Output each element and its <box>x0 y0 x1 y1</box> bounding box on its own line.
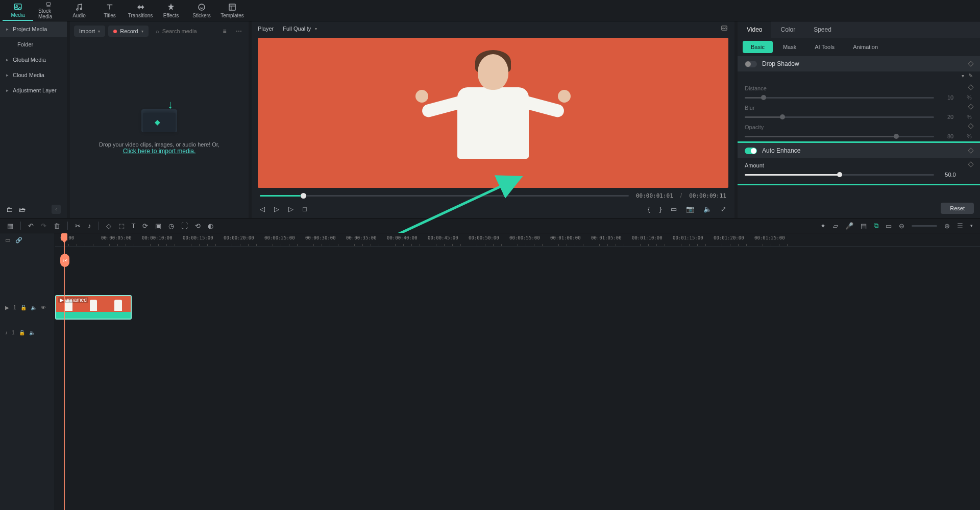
color-button[interactable]: ◐ <box>208 222 213 230</box>
auto-enhance-toggle[interactable] <box>745 148 757 154</box>
prop-tab-color[interactable]: Color <box>771 21 804 38</box>
search-media-input[interactable]: ⌕ <box>152 26 216 37</box>
grid-icon[interactable]: ▦ <box>7 222 13 230</box>
tool-icon-2[interactable]: ▱ <box>833 222 838 230</box>
video-track-row[interactable]: ▶unnamed <box>55 293 980 322</box>
subtab-mask[interactable]: Mask <box>775 41 804 53</box>
dropdown-icon[interactable]: ▾ <box>970 223 973 228</box>
stop-button[interactable]: □ <box>303 205 307 213</box>
video-track-header[interactable]: ▶1 🔓 🔈 👁 <box>0 293 55 322</box>
crop-button[interactable]: ⬚ <box>118 222 125 230</box>
blur-slider[interactable] <box>745 116 934 118</box>
tab-transitions[interactable]: Transitions <box>125 0 156 21</box>
fullscreen-button[interactable]: ⤢ <box>721 205 726 213</box>
keyframe-icon[interactable] <box>968 61 973 66</box>
delete-button[interactable]: 🗑 <box>54 222 60 230</box>
tab-stock-media[interactable]: Stock Media <box>33 0 64 21</box>
new-folder-icon[interactable]: 🗁 <box>19 206 26 213</box>
filter-button[interactable]: ≡ <box>219 26 230 37</box>
split-button[interactable]: ✂ <box>75 222 81 230</box>
keyframe-icon[interactable] <box>968 104 973 109</box>
tab-audio[interactable]: Audio <box>64 0 94 21</box>
keyframe-icon[interactable] <box>968 161 973 167</box>
notes-icon[interactable]: ▤ <box>861 222 867 230</box>
media-drop-zone[interactable]: ↓ ◆ Drop your video clips, images, or au… <box>70 41 249 218</box>
blur-value[interactable]: 20 <box>940 114 961 120</box>
mark-in-button[interactable]: { <box>648 205 650 213</box>
audio-track-row[interactable] <box>55 322 980 343</box>
tool-icon-1[interactable]: ✦ <box>820 222 826 230</box>
marker-button[interactable]: ◇ <box>106 222 111 230</box>
border-icon[interactable]: ▭ <box>886 222 892 230</box>
tab-titles[interactable]: Titles <box>94 0 125 21</box>
subtab-basic[interactable]: Basic <box>743 41 773 53</box>
audio-track-header[interactable]: ♪1 🔓 🔈 <box>0 322 55 343</box>
amount-slider[interactable] <box>745 174 934 176</box>
undo-button[interactable]: ↶ <box>28 222 34 230</box>
sidebar-global-media[interactable]: ▸Global Media <box>0 52 67 67</box>
magnet-icon[interactable]: ⧉ <box>874 222 878 230</box>
tracks-icon[interactable]: ▭ <box>5 237 10 244</box>
mark-out-button[interactable]: } <box>659 205 662 213</box>
color-chevron-icon[interactable]: ▾ <box>962 73 964 79</box>
prop-tab-speed[interactable]: Speed <box>804 21 841 38</box>
link-button[interactable]: ⟲ <box>195 222 201 230</box>
keyframe-icon[interactable] <box>968 84 973 90</box>
snapshot-button[interactable]: 📷 <box>686 205 694 213</box>
sidebar-cloud-media[interactable]: ▸Cloud Media <box>0 67 67 83</box>
zoom-slider[interactable] <box>912 225 937 227</box>
import-button[interactable]: Import▾ <box>74 26 105 37</box>
record-button[interactable]: Record▾ <box>108 26 148 37</box>
quality-dropdown[interactable]: Full Quality <box>283 26 311 32</box>
audio-detach-button[interactable]: ♪ <box>88 222 91 230</box>
video-preview[interactable] <box>258 38 728 188</box>
timer-button[interactable]: ◷ <box>168 222 174 230</box>
link-tracks-icon[interactable]: 🔗 <box>15 237 22 244</box>
eyedropper-icon[interactable]: ✎ <box>968 72 973 79</box>
sidebar-adjustment-layer[interactable]: ▸Adjustment Layer <box>0 83 67 98</box>
text-button[interactable]: T <box>132 222 136 230</box>
open-folder-icon[interactable]: 🗀 <box>6 206 13 213</box>
distance-value[interactable]: 10 <box>940 94 961 101</box>
keyframe-icon[interactable] <box>968 148 973 153</box>
fit-button[interactable]: ⛶ <box>181 222 188 230</box>
volume-button[interactable]: 🔈 <box>703 205 712 213</box>
tab-media[interactable]: Media <box>3 0 33 21</box>
redo-button[interactable]: ↷ <box>41 222 46 230</box>
opacity-slider[interactable] <box>745 136 934 137</box>
amount-value[interactable]: 50.0 <box>940 172 961 178</box>
prop-tab-video[interactable]: Video <box>738 21 771 38</box>
mic-icon[interactable]: 🎤 <box>845 222 853 230</box>
aspect-button[interactable]: ▭ <box>671 205 677 213</box>
import-link[interactable]: Click here to import media. <box>123 148 196 155</box>
lock-icon[interactable]: 🔓 <box>20 305 27 310</box>
snapshot-icon[interactable] <box>720 25 728 33</box>
timeline-ruler[interactable]: 00:0000:00:05:0000:00:10:0000:00:15:0000… <box>55 233 980 247</box>
visibility-icon[interactable]: 👁 <box>41 305 46 310</box>
sidebar-folder[interactable]: Folder <box>0 37 67 52</box>
subtab-animation[interactable]: Animation <box>845 41 886 53</box>
prev-frame-button[interactable]: ◁ <box>260 205 265 213</box>
reset-button[interactable]: Reset <box>941 203 974 214</box>
drop-shadow-toggle[interactable] <box>745 61 757 67</box>
tab-templates[interactable]: Templates <box>217 0 248 21</box>
adjust-button[interactable]: ▣ <box>155 222 161 230</box>
play-button[interactable]: ▷ <box>288 205 293 213</box>
playhead[interactable] <box>64 233 65 510</box>
zoom-in-button[interactable]: ⊕ <box>944 222 950 230</box>
next-frame-button[interactable]: ▷ <box>274 205 279 213</box>
collapse-sidebar-button[interactable]: ‹ <box>52 205 61 214</box>
subtab-ai-tools[interactable]: AI Tools <box>806 41 843 53</box>
tab-effects[interactable]: Effects <box>156 0 186 21</box>
more-button[interactable]: ⋯ <box>233 26 244 37</box>
video-clip[interactable]: ▶unnamed <box>55 295 132 320</box>
keyframe-icon[interactable] <box>968 123 973 129</box>
speed-button[interactable]: ⟳ <box>142 222 148 230</box>
zoom-out-button[interactable]: ⊖ <box>899 222 904 230</box>
list-view-button[interactable]: ☰ <box>957 222 963 230</box>
opacity-value[interactable]: 80 <box>940 133 961 139</box>
tab-stickers[interactable]: Stickers <box>186 0 217 21</box>
sidebar-project-media[interactable]: ▸Project Media <box>0 21 67 37</box>
cut-marker[interactable]: ✂ <box>60 254 69 267</box>
distance-slider[interactable] <box>745 97 934 99</box>
